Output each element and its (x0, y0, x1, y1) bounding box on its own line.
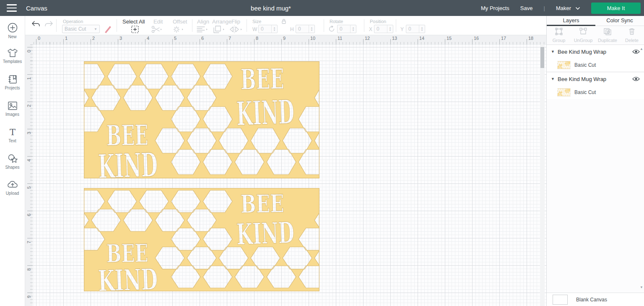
mug-wrap-design-1[interactable]: BEEKINDBEEKIND BEEKINDBEEKIND (84, 61, 319, 178)
rotate-stepper[interactable]: ▲▼ (350, 25, 356, 33)
h-ruler-number: 15 (447, 36, 452, 41)
my-projects-link[interactable]: My Projects (481, 5, 509, 11)
h-ruler-number: 16 (474, 36, 479, 41)
rotate-icon[interactable] (328, 25, 335, 34)
flip-label[interactable]: Flip (231, 18, 240, 25)
design-canvas[interactable]: BEEKINDBEEKIND BEEKINDBEEKIND BEEKINDBEE… (33, 44, 546, 306)
v-ruler-number: 0 (26, 49, 31, 54)
t-shirt-icon (7, 48, 18, 58)
cricut-design-space: Canvas bee kind mug* My Projects Save | … (0, 0, 644, 306)
visibility-eye-icon[interactable] (632, 49, 640, 54)
undo-button[interactable] (31, 20, 41, 31)
h-ruler-number: 10 (310, 36, 315, 41)
offset-icon[interactable] (173, 25, 184, 35)
chevron-down-icon[interactable]: ▼ (551, 77, 558, 81)
v-ruler-number: 3 (26, 131, 31, 136)
hamburger-menu-icon[interactable] (0, 0, 23, 16)
sidebar-item-text[interactable]: T Text (0, 127, 25, 143)
delete-button[interactable]: Delete (620, 28, 644, 43)
mug-wrap-design-2[interactable]: BEEKINDBEEKIND BEEKINDBEEKIND (84, 188, 319, 291)
layer-group-2[interactable]: ▼ Bee Kind Mug Wrap (547, 72, 644, 86)
layer-basic-cut-2[interactable]: BEEKINDBEEKIND BEEKINDBEEKIND Basic Cut (547, 86, 644, 99)
sidebar-item-shapes[interactable]: Shapes (0, 154, 25, 170)
v-ruler-number: 5 (26, 185, 31, 190)
layer-thumbnail: BEEKINDBEEKIND BEEKINDBEEKIND (558, 61, 570, 69)
h-ruler-number: 4 (147, 36, 149, 41)
svg-text:BEE: BEE (240, 62, 284, 96)
sidebar-item-projects[interactable]: Projects (0, 74, 25, 90)
svg-text:KIND: KIND (566, 91, 569, 93)
caret-down-icon: ▼ (94, 27, 97, 31)
h-ruler-number: 14 (419, 36, 424, 41)
offset-label[interactable]: Offset (173, 18, 187, 25)
visibility-eye-icon[interactable] (632, 76, 640, 81)
horizontal-ruler: 0123456789101112131415161718 (33, 35, 546, 44)
height-stepper[interactable]: ▲▼ (309, 25, 314, 33)
h-ruler-number: 6 (201, 36, 204, 41)
x-axis-label: X (369, 26, 372, 32)
project-title: bee kind mug* (251, 5, 291, 12)
layer-group-1[interactable]: ▼ Bee Kind Mug Wrap (547, 45, 644, 58)
size-label: Size (252, 19, 261, 24)
height-input[interactable]: 0 ▲▼ (296, 25, 315, 33)
align-icon[interactable] (196, 26, 209, 34)
sidebar-item-upload[interactable]: Upload (0, 180, 25, 196)
layers-panel: Layers Color Sync Group UnGroup Duplicat… (546, 16, 644, 306)
canvas-color-swatch[interactable] (553, 295, 568, 305)
tool-sidebar: New Templates Projects Images T Text Sha… (0, 16, 25, 306)
color-pen-icon[interactable] (103, 24, 112, 35)
select-all-label[interactable]: Select All (122, 18, 145, 25)
rotate-input[interactable]: 0 ▲▼ (337, 25, 356, 33)
select-all-icon[interactable] (131, 25, 139, 35)
position-y-input[interactable]: 0 ▲▼ (406, 25, 425, 33)
v-ruler-number: 1 (26, 76, 31, 81)
arrange-icon[interactable] (213, 25, 226, 35)
trash-icon (628, 28, 635, 35)
make-it-button[interactable]: Make It (591, 3, 641, 14)
svg-text:BEE: BEE (240, 189, 284, 219)
h-ruler-number: 12 (365, 36, 370, 41)
canvas-label: Canvas (26, 5, 47, 12)
align-label[interactable]: Align (197, 18, 209, 25)
scrollbar-thumb[interactable] (540, 47, 544, 68)
shapes-star-icon (7, 154, 18, 164)
plus-circle-icon (7, 22, 18, 33)
duplicate-icon (603, 28, 612, 35)
svg-text:KIND: KIND (97, 262, 158, 291)
panel-scroll-up-icon[interactable]: ▲ (640, 47, 643, 51)
operation-label: Operation (63, 19, 83, 24)
h-ruler-number: 18 (528, 36, 533, 41)
flip-icon[interactable] (229, 25, 243, 35)
machine-selector[interactable]: Maker (556, 5, 580, 11)
arrange-label[interactable]: Arrange (212, 18, 231, 25)
edit-scissors-icon[interactable] (151, 25, 162, 35)
svg-text:KIND: KIND (236, 92, 295, 133)
tab-layers[interactable]: Layers (547, 16, 595, 26)
redo-button[interactable] (44, 20, 54, 31)
canvas-background-row: Blank Canvas (547, 293, 644, 306)
position-y-stepper[interactable]: ▲▼ (419, 25, 425, 33)
duplicate-button[interactable]: Duplicate (595, 28, 620, 43)
position-x-input[interactable]: 0 ▲▼ (374, 25, 393, 33)
layer-basic-cut-1[interactable]: BEEKINDBEEKIND BEEKINDBEEKIND Basic Cut (547, 58, 644, 72)
sidebar-item-images[interactable]: Images (0, 101, 25, 117)
panel-scroll-down-icon[interactable]: ▼ (640, 285, 643, 289)
ungroup-button[interactable]: UnGroup (571, 28, 595, 43)
canvas-vertical-scrollbar[interactable] (540, 44, 545, 306)
sidebar-item-new[interactable]: New (0, 22, 25, 39)
top-bar: Canvas bee kind mug* My Projects Save | … (0, 0, 644, 16)
operation-select[interactable]: Basic Cut ▼ (62, 25, 100, 33)
chevron-down-icon[interactable]: ▼ (551, 50, 558, 54)
width-input[interactable]: 0 ▲▼ (258, 25, 278, 33)
tab-color-sync[interactable]: Color Sync (595, 16, 644, 26)
edit-label[interactable]: Edit (153, 18, 163, 25)
save-link[interactable]: Save (520, 5, 533, 11)
size-lock-icon[interactable] (281, 18, 287, 26)
group-button[interactable]: Group (547, 28, 571, 43)
layer-group-name: Bee Kind Mug Wrap (558, 76, 632, 82)
position-x-stepper[interactable]: ▲▼ (387, 25, 393, 33)
sidebar-item-templates[interactable]: Templates (0, 48, 25, 64)
v-ruler-number: 8 (26, 267, 31, 272)
ungroup-icon (579, 28, 587, 35)
width-stepper[interactable]: ▲▼ (271, 25, 277, 33)
